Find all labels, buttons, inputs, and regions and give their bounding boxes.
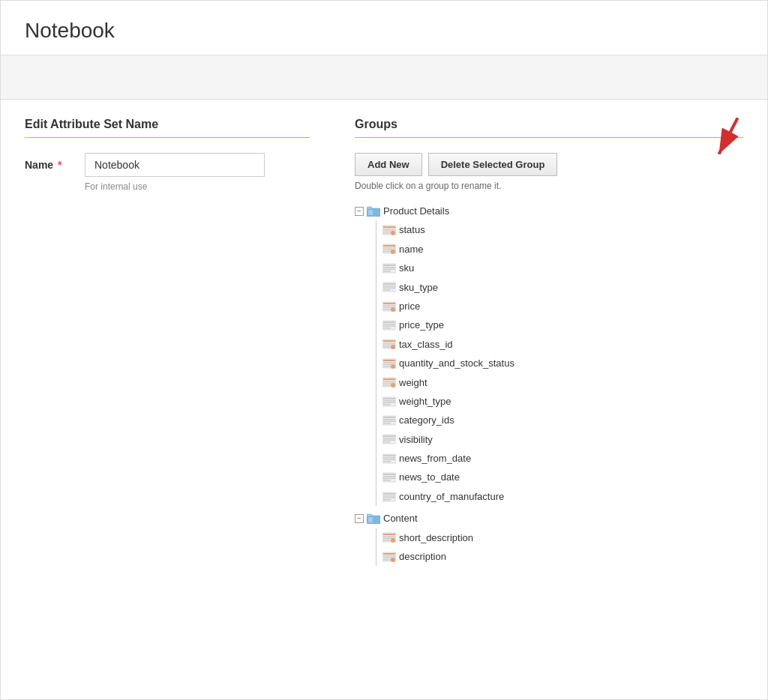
- svg-rect-61: [383, 404, 391, 405]
- edit-attribute-section-title: Edit Attribute Set Name: [25, 118, 310, 138]
- svg-rect-32: [383, 309, 391, 310]
- svg-rect-60: [383, 402, 395, 403]
- svg-rect-81: [383, 480, 391, 481]
- attr-icon-news-to-date: [382, 472, 396, 483]
- svg-rect-40: [383, 340, 395, 342]
- svg-rect-36: [383, 324, 395, 325]
- tree-item-category-ids-label: category_ids: [399, 411, 454, 429]
- tree-item-sku[interactable]: sku: [382, 259, 743, 277]
- svg-rect-49: [383, 366, 391, 367]
- folder-icon-content: [367, 513, 380, 524]
- add-new-button[interactable]: Add New: [355, 153, 422, 176]
- tree-group-content-row[interactable]: − Content: [355, 509, 743, 528]
- svg-rect-21: [383, 268, 395, 270]
- name-input[interactable]: [85, 153, 265, 177]
- tree-group-content-label: Content: [383, 510, 418, 527]
- svg-rect-63: [383, 417, 395, 418]
- svg-rect-89: [368, 517, 373, 522]
- svg-rect-97: [383, 553, 395, 555]
- svg-rect-100: [383, 559, 391, 561]
- svg-rect-52: [383, 378, 395, 380]
- svg-point-50: [391, 364, 395, 369]
- groups-header: Add New Delete Selected Group: [355, 153, 743, 176]
- svg-rect-84: [383, 495, 395, 497]
- tree-group-content: − Content: [355, 509, 743, 566]
- tree-item-weight-type-label: weight_type: [399, 393, 451, 410]
- svg-rect-59: [383, 400, 395, 402]
- tree-item-status[interactable]: status: [382, 220, 743, 239]
- svg-rect-55: [383, 384, 391, 386]
- tree-group-product-details-label: Product Details: [383, 202, 449, 220]
- attr-icon-tax-class-id: [382, 339, 396, 349]
- attr-icon-visibility: [382, 434, 396, 444]
- attr-icon-country-of-manufacture: [382, 492, 396, 502]
- svg-rect-41: [383, 343, 395, 344]
- svg-rect-68: [383, 435, 395, 437]
- svg-rect-74: [383, 457, 395, 459]
- tree-item-news-to-date[interactable]: news_to_date: [382, 468, 743, 486]
- svg-rect-29: [383, 303, 395, 304]
- tree-item-weight[interactable]: weight: [382, 373, 743, 392]
- tree-item-tax-class-id-label: tax_class_id: [399, 336, 453, 353]
- svg-point-95: [391, 538, 395, 543]
- tree-item-price-type[interactable]: price_type: [382, 316, 743, 334]
- svg-rect-71: [383, 441, 391, 443]
- attr-icon-category-ids: [382, 415, 396, 426]
- tree-item-sku-type[interactable]: sku_type: [382, 278, 743, 297]
- tree-item-sku-type-label: sku_type: [399, 279, 438, 296]
- tree-item-name[interactable]: name: [382, 240, 743, 259]
- delete-selected-group-button[interactable]: Delete Selected Group: [428, 153, 558, 176]
- svg-rect-27: [383, 289, 391, 291]
- attr-icon-qty-stock: [382, 358, 396, 369]
- svg-point-44: [391, 345, 395, 349]
- attr-icon-short-description: [382, 532, 396, 543]
- svg-rect-24: [383, 283, 395, 285]
- tree-item-category-ids[interactable]: category_ids: [382, 411, 743, 429]
- svg-rect-75: [383, 459, 395, 460]
- attr-icon-news-from-date: [382, 453, 396, 464]
- tree-item-weight-label: weight: [399, 374, 428, 391]
- tree-item-weight-type[interactable]: weight_type: [382, 392, 743, 411]
- tree-item-short-description-label: short_description: [399, 529, 473, 546]
- tree-item-price[interactable]: price: [382, 297, 743, 316]
- tree-item-description[interactable]: description: [382, 547, 743, 566]
- tree-item-tax-class-id[interactable]: tax_class_id: [382, 335, 743, 354]
- tree-group-product-details-row[interactable]: − Product Details: [355, 202, 743, 220]
- svg-rect-69: [383, 438, 395, 439]
- svg-point-56: [391, 383, 395, 387]
- collapse-icon-content[interactable]: −: [355, 514, 364, 523]
- svg-rect-78: [383, 474, 395, 475]
- svg-rect-35: [383, 322, 395, 323]
- tree-item-country-of-manufacture[interactable]: country_of_manufacture: [382, 487, 743, 506]
- svg-point-33: [391, 307, 395, 312]
- svg-rect-8: [383, 229, 395, 230]
- name-label: Name *: [25, 159, 85, 171]
- tree-container: − Product Details: [355, 202, 743, 566]
- svg-rect-80: [383, 478, 395, 480]
- tree-item-description-label: description: [399, 548, 446, 565]
- attr-icon-sku: [382, 263, 396, 274]
- svg-rect-94: [383, 540, 391, 541]
- attr-icon-status: [382, 225, 396, 235]
- collapse-icon-product-details[interactable]: −: [355, 207, 364, 216]
- svg-rect-4: [367, 207, 372, 209]
- attr-icon-weight-type: [382, 396, 396, 407]
- tree-item-price-label: price: [399, 298, 420, 315]
- tree-item-news-from-date[interactable]: news_from_date: [382, 449, 743, 468]
- svg-rect-76: [383, 461, 391, 462]
- svg-rect-13: [383, 245, 395, 247]
- tree-item-country-of-manufacture-label: country_of_manufacture: [399, 488, 504, 505]
- tree-item-visibility[interactable]: visibility: [382, 430, 743, 449]
- svg-point-17: [391, 250, 395, 254]
- svg-rect-14: [383, 247, 395, 249]
- svg-rect-19: [383, 265, 395, 266]
- svg-rect-66: [383, 423, 391, 424]
- tree-item-short-description[interactable]: short_description: [382, 528, 743, 547]
- svg-rect-73: [383, 455, 395, 456]
- attr-icon-description: [382, 552, 396, 562]
- groups-section-title: Groups: [355, 118, 743, 138]
- svg-rect-38: [383, 328, 391, 329]
- page-wrapper: Notebook Edit Attribute Set Name Name * …: [0, 0, 768, 700]
- right-panel: Groups Add New Delete Selected Group Dou…: [355, 118, 743, 566]
- tree-item-qty-stock[interactable]: quantity_and_stock_status: [382, 354, 743, 372]
